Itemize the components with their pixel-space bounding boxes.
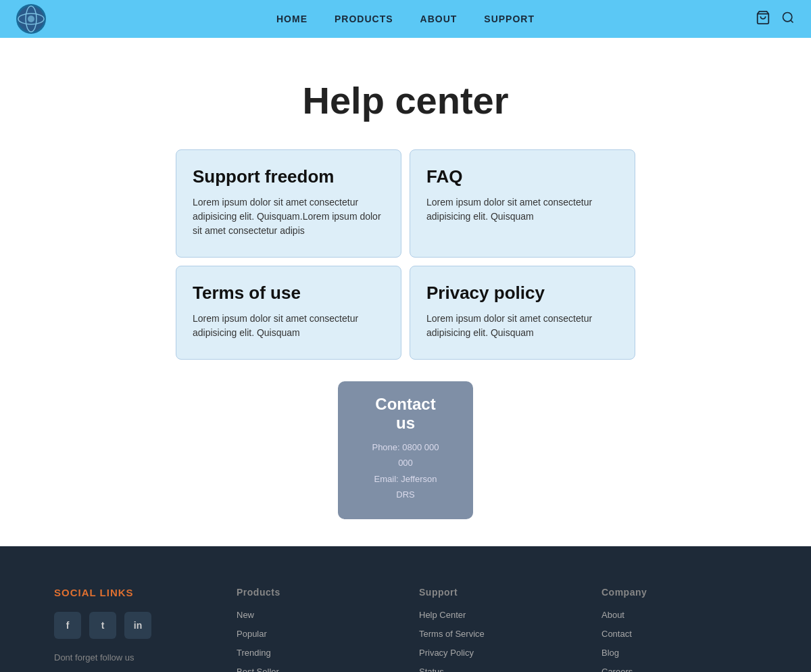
footer-link-popular[interactable]: Popular	[237, 629, 267, 639]
card-support-freedom-title: Support freedom	[193, 166, 385, 187]
social-icons: f t in	[54, 612, 210, 639]
page-title: Help center	[303, 78, 509, 122]
card-faq-body: Lorem ipsum dolor sit amet consectetur a…	[426, 195, 618, 224]
cards-grid: Support freedom Lorem ipsum dolor sit am…	[176, 149, 635, 360]
footer-link-status[interactable]: Status	[419, 667, 444, 672]
footer-support: Support Help Center Terms of Service Pri…	[419, 587, 574, 672]
footer-products-list: New Popular Trending Best Seller	[237, 608, 392, 672]
logo[interactable]	[16, 4, 46, 34]
social-title: SOCIAL LINKS	[54, 587, 210, 598]
card-privacy-title: Privacy policy	[426, 283, 618, 304]
linkedin-icon[interactable]: in	[124, 612, 151, 639]
contact-title: Contact us	[365, 395, 446, 433]
main-content: Help center Support freedom Lorem ipsum …	[0, 38, 811, 546]
nav-about[interactable]: ABOUT	[420, 14, 458, 24]
svg-point-3	[28, 16, 34, 22]
footer-company-list: About Contact Blog Careers	[601, 608, 757, 672]
card-terms-body: Lorem ipsum dolor sit amet consectetur a…	[193, 312, 385, 340]
footer-support-title: Support	[419, 587, 574, 598]
nav-support[interactable]: SUPPORT	[484, 14, 535, 24]
card-terms-title: Terms of use	[193, 283, 385, 304]
nav-home[interactable]: HOME	[276, 14, 308, 24]
footer-products-title: Products	[237, 587, 392, 598]
card-privacy-body: Lorem ipsum dolor sit amet consectetur a…	[426, 312, 618, 340]
social-section: SOCIAL LINKS f t in Dont forget follow u…	[54, 587, 210, 672]
footer-link-blog[interactable]: Blog	[601, 648, 619, 658]
footer-link-contact[interactable]: Contact	[601, 629, 632, 639]
footer-support-list: Help Center Terms of Service Privacy Pol…	[419, 608, 574, 672]
card-support-freedom[interactable]: Support freedom Lorem ipsum dolor sit am…	[176, 149, 401, 258]
card-privacy[interactable]: Privacy policy Lorem ipsum dolor sit ame…	[410, 266, 635, 360]
footer-link-new[interactable]: New	[237, 610, 254, 620]
nav-products[interactable]: PRODUCTS	[335, 14, 393, 24]
navbar: HOME PRODUCTS ABOUT SUPPORT	[0, 0, 811, 38]
search-icon[interactable]	[781, 11, 795, 28]
contact-box[interactable]: Contact us Phone: 0800 000 000 Email: Je…	[338, 381, 473, 519]
nav-links: HOME PRODUCTS ABOUT SUPPORT	[276, 14, 535, 24]
footer-top: SOCIAL LINKS f t in Dont forget follow u…	[54, 587, 757, 672]
card-faq[interactable]: FAQ Lorem ipsum dolor sit amet consectet…	[410, 149, 635, 258]
cart-icon[interactable]	[756, 10, 770, 28]
footer-link-about[interactable]: About	[601, 610, 624, 620]
svg-line-6	[791, 20, 793, 22]
nav-actions	[756, 10, 795, 28]
facebook-icon[interactable]: f	[54, 612, 81, 639]
footer-link-trending[interactable]: Trending	[237, 648, 271, 658]
footer-link-bestseller[interactable]: Best Seller	[237, 667, 279, 672]
footer-link-helpcenter[interactable]: Help Center	[419, 610, 466, 620]
card-support-freedom-body: Lorem ipsum dolor sit amet consectetur a…	[193, 195, 385, 238]
footer-link-tos[interactable]: Terms of Service	[419, 629, 485, 639]
footer-link-privacy[interactable]: Privacy Policy	[419, 648, 474, 658]
footer-link-careers[interactable]: Careers	[601, 667, 633, 672]
card-faq-title: FAQ	[426, 166, 618, 187]
svg-point-5	[783, 12, 792, 21]
footer-products: Products New Popular Trending Best Selle…	[237, 587, 392, 672]
twitter-icon[interactable]: t	[89, 612, 116, 639]
card-terms[interactable]: Terms of use Lorem ipsum dolor sit amet …	[176, 266, 401, 360]
footer-company-title: Company	[601, 587, 757, 598]
contact-email: Email: Jefferson DRS	[365, 471, 446, 503]
footer: SOCIAL LINKS f t in Dont forget follow u…	[0, 546, 811, 672]
contact-phone: Phone: 0800 000 000	[365, 439, 446, 471]
social-tagline: Dont forget follow us	[54, 652, 210, 663]
footer-company: Company About Contact Blog Careers	[601, 587, 757, 672]
